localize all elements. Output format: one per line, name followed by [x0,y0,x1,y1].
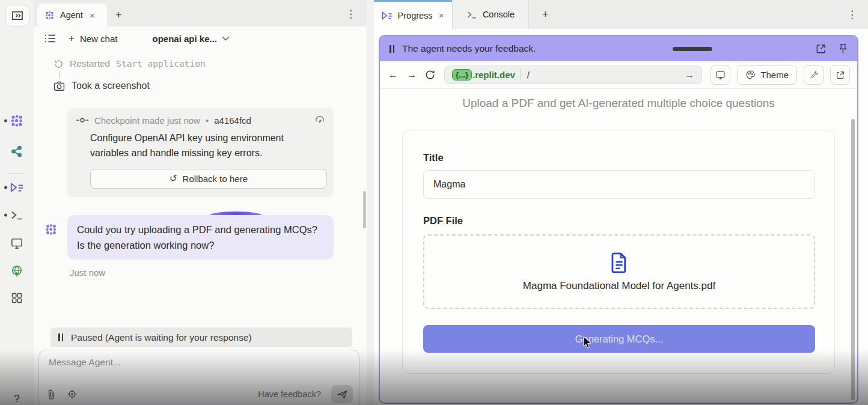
pdf-field-label: PDF File [423,215,814,227]
composer-toolbar: Have feedback? [46,385,353,403]
rail-item-console[interactable] [0,206,34,224]
chat-scroll-area[interactable]: Restarted Start application Took a scree… [34,50,367,326]
rail-item-progress[interactable] [0,178,34,196]
chat-selector-label: openai api ke... [152,34,217,44]
rail-item-graph[interactable] [0,142,34,160]
paused-status-bar: Paused (Agent is waiting for your respon… [50,327,352,347]
pin-icon[interactable] [839,43,848,55]
checkpoint-header: Checkpoint made just now • a4164fcd [76,115,325,126]
agent-message-row: Could you try uploading a PDF and genera… [34,215,367,260]
restarted-command: Start application [116,59,205,69]
go-icon[interactable]: → [685,70,694,81]
message-composer: Have feedback? [38,350,359,405]
device-preview-button[interactable] [711,65,730,85]
tab-progress-label: Progress [398,11,433,20]
timeline-connector [59,71,60,79]
rail-item-webview[interactable] [0,262,34,280]
url-bar[interactable]: {...} .replit.dev / → [444,65,702,84]
plus-icon: + [69,32,75,44]
monitor-icon [10,237,23,249]
active-dot [4,120,7,123]
url-host-badge: {...} [452,69,472,81]
tab-console-label: Console [483,10,515,19]
grid-icon [11,292,23,304]
graph-branch-icon [10,145,23,158]
paused-label: Paused (Agent is waiting for your respon… [71,332,252,343]
pdf-dropzone[interactable]: Magma Foundational Model for Agents.pdf [423,234,815,309]
focus-settings-icon[interactable] [67,389,78,400]
chat-scrollbar[interactable] [363,191,366,228]
close-tab-icon[interactable]: × [438,10,445,20]
feedback-banner-text: The agent needs your feedback. [402,43,536,54]
close-tab-icon[interactable]: × [88,10,96,20]
attach-icon[interactable] [46,389,57,400]
usage-gauge-icon[interactable] [355,33,367,44]
progress-panel: Progress × Console + ⋮ The agent needs y… [374,0,868,405]
pause-icon [58,333,63,341]
checkpoint-card: Checkpoint made just now • a4164fcd Conf… [67,108,334,197]
tab-progress[interactable]: Progress × [374,0,452,29]
panel-menu-button[interactable]: ⋮ [847,8,868,21]
timeline-restarted-row: Restarted Start application [53,58,367,69]
back-button[interactable]: ← [387,69,399,81]
usage-gauge-icon[interactable] [314,115,325,126]
drag-handle[interactable] [673,47,712,51]
title-input[interactable] [423,170,815,199]
chat-list-icon[interactable] [44,34,57,43]
uploaded-file-name: Magma Foundational Model for Agents.pdf [523,280,715,292]
progress-icon [10,181,24,193]
url-path: / [527,70,530,80]
checkpoint-hash: a4164fcd [214,115,251,126]
restarted-label: Restarted [70,58,110,69]
new-tab-button[interactable]: + [107,9,129,26]
timeline-screenshot-row: Took a screenshot [53,81,367,91]
open-in-window-icon[interactable] [816,43,827,54]
rail-divider [8,173,25,174]
send-button[interactable] [331,385,353,403]
sidebar-toggle-button[interactable] [5,5,29,26]
new-tab-button[interactable]: + [529,8,549,21]
have-feedback-link[interactable]: Have feedback? [258,389,321,399]
open-external-button[interactable] [830,65,850,85]
app-preview: Upload a PDF and get AI-generated multip… [380,89,857,403]
chevron-down-icon [222,36,230,41]
new-chat-button[interactable]: + New chat [69,32,117,44]
send-icon [337,390,347,399]
message-input[interactable] [49,357,349,374]
rail-item-apps[interactable] [0,289,34,307]
checkpoint-meta: Checkpoint made just now [94,115,200,126]
tab-console[interactable]: Console [452,0,529,29]
mouse-cursor [582,336,593,349]
devtools-button[interactable] [804,65,824,85]
preview-scrollbar[interactable] [851,119,855,400]
generate-mcqs-button[interactable]: Generating MCQs... [423,325,815,353]
panel-menu-button[interactable]: ⋮ [346,8,367,26]
theme-button[interactable]: Theme [737,65,797,85]
banner-actions [816,43,848,55]
chat-selector-dropdown[interactable]: openai api ke... [152,34,230,44]
rail-item-agent[interactable] [0,112,34,130]
undo-icon: ↺ [170,173,177,184]
help-button[interactable]: ? [0,393,34,405]
globe-publish-icon [10,264,23,278]
left-tabstrip: Agent × + ⋮ [34,0,367,26]
pause-icon [390,45,394,53]
agent-logo-icon [44,10,55,20]
screenshot-label: Took a screenshot [72,81,150,91]
rollback-label: Rollback to here [183,174,248,184]
progress-icon [381,11,393,20]
rollback-button[interactable]: ↺ Rollback to here [90,169,327,189]
checkpoint-description: Configure OpenAI API key using environme… [90,131,316,161]
reload-button[interactable] [424,69,436,81]
url-domain: .replit.dev [472,70,515,80]
tab-agent[interactable]: Agent × [37,4,107,26]
right-tabstrip: Progress × Console + ⋮ [374,0,868,29]
rail-item-output[interactable] [0,234,34,252]
panel-collapse-icon [11,10,24,21]
forward-button[interactable]: → [406,69,418,81]
browser-toolbar: ← → {...} .replit.dev / → [380,61,857,89]
app-window: ? Agent × + ⋮ + New chat [0,0,868,405]
restart-icon [53,59,64,69]
monitor-icon [715,70,726,80]
document-icon [609,252,629,273]
